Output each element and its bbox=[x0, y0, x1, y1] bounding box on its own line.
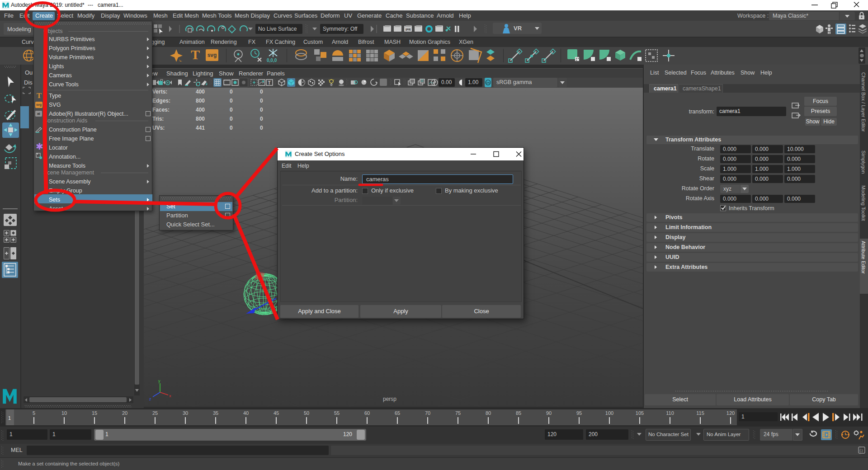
svg-text:ON: ON bbox=[486, 81, 490, 84]
svg-text:0,0,0: 0,0,0 bbox=[267, 58, 277, 63]
svg-text:{;}: {;} bbox=[859, 448, 863, 452]
svg-text:x: x bbox=[169, 394, 171, 398]
svg-text:y: y bbox=[158, 379, 160, 383]
svg-text:T: T bbox=[268, 80, 271, 85]
svg-text:z: z bbox=[149, 397, 151, 401]
svg-text:IPR: IPR bbox=[406, 28, 411, 31]
